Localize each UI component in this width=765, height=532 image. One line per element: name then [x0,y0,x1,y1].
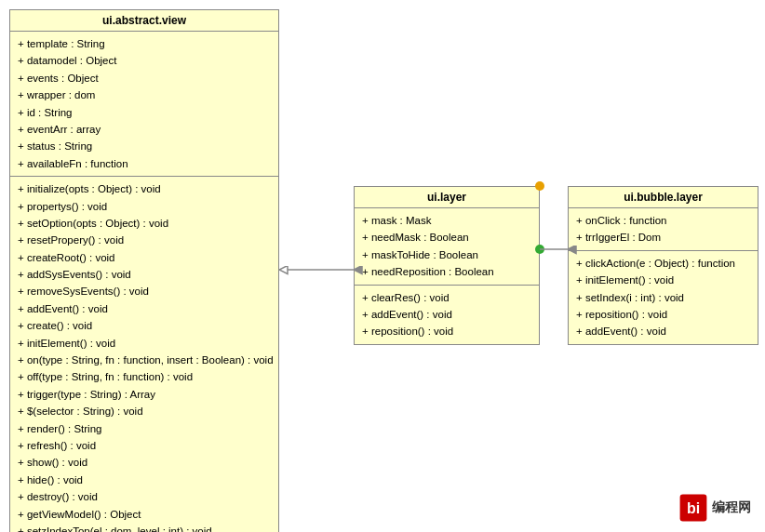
bubble-method-clickaction: + clickAction(e : Object) : function [576,255,750,272]
method-refresh: + refresh() : void [18,437,271,454]
logo-text: 编程网 [712,499,751,516]
prop-wrapper: + wrapper : dom [18,86,271,103]
abstract-view-box: ui.abstract.view + template : String + d… [9,9,279,532]
abstract-view-title: ui.abstract.view [10,10,278,32]
abstract-view-methods: + initialize(opts : Object) : void + pro… [10,177,278,532]
layer-prop-needmask: + needMask : Boolean [362,229,531,246]
prop-eventarr: + eventArr : array [18,121,271,138]
prop-datamodel: + datamodel : Object [18,52,271,69]
method-removesysevents: + removeSysEvents() : void [18,283,271,299]
method-trigger: + trigger(type : String) : Array [18,386,271,403]
bubble-prop-triggererel: + trrIggerEl : Dom [576,229,750,246]
bubble-prop-onclick: + onClick : function [576,212,750,229]
method-setzindextop: + setzIndexTop(el : dom, level : int) : … [18,523,271,532]
svg-text:bi: bi [687,500,700,516]
layer-title: ui.layer [355,187,539,208]
method-show: + show() : void [18,454,271,471]
method-resetpropery: + resetPropery() : void [18,232,271,248]
layer-properties: + mask : Mask + needMask : Boolean + mas… [355,208,539,286]
method-destroy: + destroy() : void [18,488,271,505]
prop-availablefn: + availableFn : function [18,155,271,172]
method-createroot: + createRoot() : void [18,249,271,266]
bubble-layer-methods: + clickAction(e : Object) : function + i… [569,251,758,344]
method-initialize: + initialize(opts : Object) : void [18,180,271,197]
method-hide: + hide() : void [18,472,271,488]
layer-box: ui.layer + mask : Mask + needMask : Bool… [354,186,540,345]
method-addsysevents: + addSysEvents() : void [18,266,271,283]
prop-status: + status : String [18,138,271,154]
prop-id: + id : String [18,104,271,121]
bubble-layer-properties: + onClick : function + trrIggerEl : Dom [569,208,758,251]
prop-template: + template : String [18,35,271,52]
diagram-container: ui.abstract.view + template : String + d… [0,0,765,532]
method-create: + create() : void [18,317,271,334]
method-off: + off(type : String, fn : function) : vo… [18,368,271,385]
bubble-method-initelement: + initElement() : void [576,272,750,288]
method-addevent: + addEvent() : void [18,300,271,317]
layer-method-reposition: + reposition() : void [362,323,531,339]
layer-prop-mask: + mask : Mask [362,212,531,229]
bubble-method-addevent: + addEvent() : void [576,323,750,339]
method-initelement: + initElement() : void [18,335,271,352]
layer-methods: + clearRes() : void + addEvent() : void … [355,286,539,344]
method-setoption: + setOption(opts : Object) : void [18,215,271,232]
layer-method-addevent: + addEvent() : void [362,306,531,323]
method-propertys: + propertys() : void [18,198,271,215]
layer-prop-needreposition: + needReposition : Boolean [362,263,531,280]
method-selector: + $(selector : String) : void [18,403,271,419]
bubble-layer-box: ui.bubble.layer + onClick : function + t… [568,186,758,345]
bubble-method-reposition: + reposition() : void [576,306,750,323]
layer-method-clearres: + clearRes() : void [362,289,531,306]
layer-prop-masktohide: + maskToHide : Boolean [362,246,531,263]
method-on: + on(type : String, fn : function, inser… [18,352,271,368]
logo-icon: bi [678,493,708,523]
abstract-view-properties: + template : String + datamodel : Object… [10,32,278,177]
bubble-layer-title: ui.bubble.layer [569,187,758,208]
method-render: + render() : String [18,420,271,437]
bubble-method-setindex: + setIndex(i : int) : void [576,289,750,306]
prop-events: + events : Object [18,70,271,86]
method-getviewmodel: + getViewModel() : Object [18,506,271,523]
logo: bi 编程网 [678,493,751,523]
